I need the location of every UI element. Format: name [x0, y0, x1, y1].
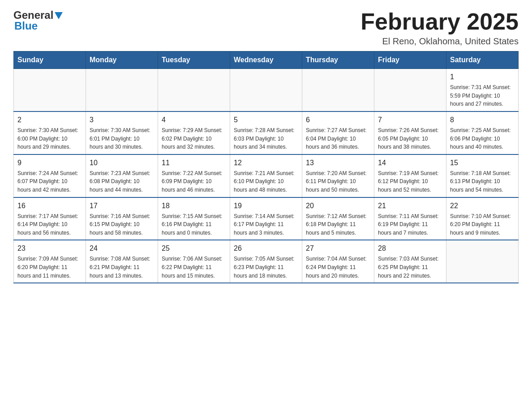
day-info: Sunrise: 7:14 AM Sunset: 6:17 PM Dayligh…: [234, 212, 298, 237]
day-number: 28: [378, 243, 442, 254]
day-number: 7: [378, 115, 442, 125]
day-number: 16: [17, 201, 82, 211]
calendar-day-cell: 8Sunrise: 7:25 AM Sunset: 6:06 PM Daylig…: [446, 111, 519, 154]
calendar-day-cell: 28Sunrise: 7:03 AM Sunset: 6:25 PM Dayli…: [374, 240, 446, 283]
day-info: Sunrise: 7:21 AM Sunset: 6:10 PM Dayligh…: [234, 169, 298, 194]
calendar-week-row: 16Sunrise: 7:17 AM Sunset: 6:14 PM Dayli…: [14, 197, 519, 240]
title-block: February 2025 El Reno, Oklahoma, United …: [360, 9, 519, 47]
day-number: 4: [162, 115, 226, 125]
calendar-day-cell: 20Sunrise: 7:12 AM Sunset: 6:18 PM Dayli…: [302, 197, 374, 240]
day-number: 20: [306, 201, 370, 211]
calendar-week-row: 2Sunrise: 7:30 AM Sunset: 6:00 PM Daylig…: [14, 111, 519, 154]
day-number: 9: [17, 158, 82, 168]
calendar-day-cell: 23Sunrise: 7:09 AM Sunset: 6:20 PM Dayli…: [14, 240, 86, 283]
day-info: Sunrise: 7:09 AM Sunset: 6:20 PM Dayligh…: [17, 255, 82, 280]
day-of-week-header: Sunday: [14, 51, 86, 69]
day-number: 25: [162, 243, 226, 254]
day-info: Sunrise: 7:23 AM Sunset: 6:08 PM Dayligh…: [90, 169, 154, 194]
calendar-day-cell: 3Sunrise: 7:30 AM Sunset: 6:01 PM Daylig…: [86, 111, 158, 154]
day-info: Sunrise: 7:27 AM Sunset: 6:04 PM Dayligh…: [306, 126, 370, 151]
day-number: 24: [90, 243, 154, 254]
calendar-day-cell: 6Sunrise: 7:27 AM Sunset: 6:04 PM Daylig…: [302, 111, 374, 154]
calendar-day-cell: [86, 69, 158, 111]
day-info: Sunrise: 7:11 AM Sunset: 6:19 PM Dayligh…: [378, 212, 442, 237]
calendar-week-row: 23Sunrise: 7:09 AM Sunset: 6:20 PM Dayli…: [14, 240, 519, 283]
calendar-day-cell: 24Sunrise: 7:08 AM Sunset: 6:21 PM Dayli…: [86, 240, 158, 283]
calendar-day-cell: 21Sunrise: 7:11 AM Sunset: 6:19 PM Dayli…: [374, 197, 446, 240]
calendar-day-cell: 27Sunrise: 7:04 AM Sunset: 6:24 PM Dayli…: [302, 240, 374, 283]
day-info: Sunrise: 7:12 AM Sunset: 6:18 PM Dayligh…: [306, 212, 370, 237]
calendar-day-cell: 14Sunrise: 7:19 AM Sunset: 6:12 PM Dayli…: [374, 154, 446, 197]
day-info: Sunrise: 7:03 AM Sunset: 6:25 PM Dayligh…: [378, 255, 442, 280]
calendar-title: February 2025: [360, 9, 519, 34]
day-number: 19: [234, 201, 298, 211]
day-of-week-header: Tuesday: [158, 51, 230, 69]
day-number: 15: [450, 158, 515, 168]
calendar-day-cell: 16Sunrise: 7:17 AM Sunset: 6:14 PM Dayli…: [14, 197, 86, 240]
day-number: 12: [234, 158, 298, 168]
calendar-header-row: SundayMondayTuesdayWednesdayThursdayFrid…: [14, 51, 519, 69]
day-number: 17: [90, 201, 154, 211]
calendar-week-row: 1Sunrise: 7:31 AM Sunset: 5:59 PM Daylig…: [14, 69, 519, 111]
day-number: 11: [162, 158, 226, 168]
day-of-week-header: Saturday: [446, 51, 519, 69]
calendar-day-cell: 11Sunrise: 7:22 AM Sunset: 6:09 PM Dayli…: [158, 154, 230, 197]
calendar-day-cell: [230, 69, 302, 111]
day-number: 21: [378, 201, 442, 211]
day-number: 10: [90, 158, 154, 168]
calendar-day-cell: 5Sunrise: 7:28 AM Sunset: 6:03 PM Daylig…: [230, 111, 302, 154]
day-info: Sunrise: 7:16 AM Sunset: 6:15 PM Dayligh…: [90, 212, 154, 237]
calendar-week-row: 9Sunrise: 7:24 AM Sunset: 6:07 PM Daylig…: [14, 154, 519, 197]
calendar-day-cell: [302, 69, 374, 111]
day-number: 22: [450, 201, 515, 211]
day-number: 18: [162, 201, 226, 211]
logo: General Blue: [13, 9, 63, 32]
day-number: 6: [306, 115, 370, 125]
day-info: Sunrise: 7:04 AM Sunset: 6:24 PM Dayligh…: [306, 255, 370, 280]
calendar-day-cell: [14, 69, 86, 111]
page-header: General Blue February 2025 El Reno, Okla…: [13, 9, 519, 47]
calendar-subtitle: El Reno, Oklahoma, United States: [360, 36, 519, 47]
day-info: Sunrise: 7:10 AM Sunset: 6:20 PM Dayligh…: [450, 212, 515, 237]
day-number: 26: [234, 243, 298, 254]
day-of-week-header: Friday: [374, 51, 446, 69]
day-number: 27: [306, 243, 370, 254]
day-info: Sunrise: 7:17 AM Sunset: 6:14 PM Dayligh…: [17, 212, 82, 237]
day-number: 5: [234, 115, 298, 125]
calendar-day-cell: 19Sunrise: 7:14 AM Sunset: 6:17 PM Dayli…: [230, 197, 302, 240]
day-info: Sunrise: 7:28 AM Sunset: 6:03 PM Dayligh…: [234, 126, 298, 151]
calendar-day-cell: 17Sunrise: 7:16 AM Sunset: 6:15 PM Dayli…: [86, 197, 158, 240]
day-info: Sunrise: 7:06 AM Sunset: 6:22 PM Dayligh…: [162, 255, 226, 280]
calendar-day-cell: 1Sunrise: 7:31 AM Sunset: 5:59 PM Daylig…: [446, 69, 519, 111]
calendar-table: SundayMondayTuesdayWednesdayThursdayFrid…: [13, 51, 519, 283]
calendar-day-cell: 25Sunrise: 7:06 AM Sunset: 6:22 PM Dayli…: [158, 240, 230, 283]
calendar-day-cell: 26Sunrise: 7:05 AM Sunset: 6:23 PM Dayli…: [230, 240, 302, 283]
day-number: 14: [378, 158, 442, 168]
day-info: Sunrise: 7:22 AM Sunset: 6:09 PM Dayligh…: [162, 169, 226, 194]
day-number: 3: [90, 115, 154, 125]
day-info: Sunrise: 7:30 AM Sunset: 6:01 PM Dayligh…: [90, 126, 154, 151]
day-info: Sunrise: 7:25 AM Sunset: 6:06 PM Dayligh…: [450, 126, 515, 151]
day-info: Sunrise: 7:29 AM Sunset: 6:02 PM Dayligh…: [162, 126, 226, 151]
calendar-day-cell: 10Sunrise: 7:23 AM Sunset: 6:08 PM Dayli…: [86, 154, 158, 197]
logo-text-blue: Blue: [14, 20, 38, 32]
day-info: Sunrise: 7:19 AM Sunset: 6:12 PM Dayligh…: [378, 169, 442, 194]
calendar-day-cell: 15Sunrise: 7:18 AM Sunset: 6:13 PM Dayli…: [446, 154, 519, 197]
day-info: Sunrise: 7:30 AM Sunset: 6:00 PM Dayligh…: [17, 126, 82, 151]
day-of-week-header: Thursday: [302, 51, 374, 69]
calendar-day-cell: 2Sunrise: 7:30 AM Sunset: 6:00 PM Daylig…: [14, 111, 86, 154]
day-info: Sunrise: 7:20 AM Sunset: 6:11 PM Dayligh…: [306, 169, 370, 194]
day-number: 1: [450, 72, 515, 82]
day-number: 23: [17, 243, 82, 254]
day-of-week-header: Wednesday: [230, 51, 302, 69]
calendar-day-cell: [446, 240, 519, 283]
calendar-day-cell: 4Sunrise: 7:29 AM Sunset: 6:02 PM Daylig…: [158, 111, 230, 154]
day-of-week-header: Monday: [86, 51, 158, 69]
calendar-day-cell: [158, 69, 230, 111]
day-number: 2: [17, 115, 82, 125]
calendar-day-cell: 18Sunrise: 7:15 AM Sunset: 6:16 PM Dayli…: [158, 197, 230, 240]
day-info: Sunrise: 7:31 AM Sunset: 5:59 PM Dayligh…: [450, 83, 515, 108]
day-info: Sunrise: 7:18 AM Sunset: 6:13 PM Dayligh…: [450, 169, 515, 194]
calendar-day-cell: [374, 69, 446, 111]
day-info: Sunrise: 7:24 AM Sunset: 6:07 PM Dayligh…: [17, 169, 82, 194]
